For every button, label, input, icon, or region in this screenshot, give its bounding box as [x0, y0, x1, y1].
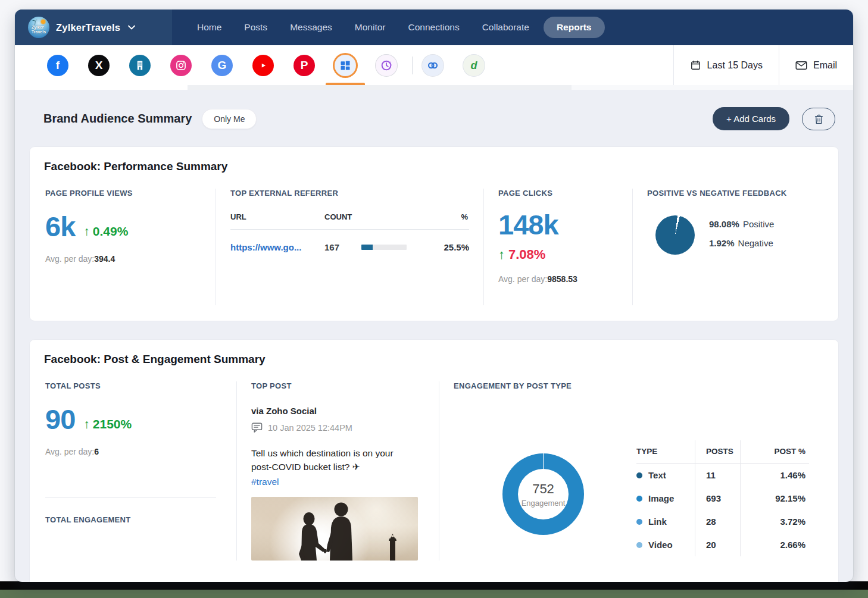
section-label: POSITIVE VS NEGATIVE FEEDBACK	[647, 189, 810, 198]
x-glyph: X	[95, 60, 103, 71]
link-dot	[636, 519, 642, 525]
instagram-icon[interactable]	[170, 55, 192, 76]
pct-value: 92.15%	[740, 487, 809, 510]
up-arrow-icon: ↑	[83, 418, 90, 430]
youtube-icon[interactable]	[252, 55, 274, 76]
hashtag-link[interactable]: #travel	[251, 475, 407, 489]
logo-palm-icon	[32, 18, 39, 26]
avg-per-day: Avg. per day:9858.53	[498, 274, 618, 284]
table-row: Image 693 92.15%	[636, 487, 809, 510]
referrer-row: https://www.go... 167 25.5%	[230, 242, 469, 252]
building-icon	[134, 60, 146, 71]
nav-item-collaborate[interactable]: Collaborate	[474, 17, 538, 38]
total-engagement-label: TOTAL ENGAGEMENT	[45, 515, 222, 524]
page-header: Brand Audience Summary Only Me + Add Car…	[43, 107, 835, 130]
type-table-header: TYPE POSTS POST %	[636, 440, 809, 464]
nav-item-reports[interactable]: Reports	[544, 17, 605, 38]
x-twitter-icon[interactable]: X	[88, 55, 110, 76]
total-posts-section: TOTAL POSTS 90 ↑2150% Avg. per day:6 TOT…	[44, 381, 237, 561]
type-label: Link	[648, 516, 667, 527]
chevron-down-icon	[128, 25, 135, 30]
feedback-section: POSITIVE VS NEGATIVE FEEDBACK 98.08%Posi…	[633, 189, 824, 305]
col-header-posts: POSTS	[695, 440, 740, 464]
col-header-type: TYPE	[636, 440, 695, 464]
referrer-url-link[interactable]: https://www.go...	[230, 242, 324, 252]
add-cards-button[interactable]: + Add Cards	[713, 107, 789, 130]
facebook-pages-icon[interactable]	[129, 55, 151, 76]
tab-scroll-strip	[15, 85, 853, 90]
page-title: Brand Audience Summary	[43, 112, 192, 126]
post-type-table: TYPE POSTS POST % Text 11 1.46% Image	[636, 440, 809, 556]
zoho-pulse-icon[interactable]	[376, 55, 397, 76]
posts-value: 693	[695, 487, 740, 510]
main-menu: Home Posts Messages Monitor Connections …	[189, 10, 605, 45]
nav-item-connections[interactable]: Connections	[399, 17, 467, 38]
zoho-crm-icon[interactable]	[422, 55, 444, 76]
google-business-icon[interactable]: G	[211, 55, 233, 76]
facebook-icon[interactable]: f	[47, 55, 68, 76]
nav-item-home[interactable]: Home	[189, 17, 230, 38]
brand-switcher[interactable]: ZylkerTravels ZylkerTravels	[15, 10, 172, 45]
logo-text: ZylkerTravels	[32, 25, 46, 34]
negative-value: 1.92%	[709, 238, 735, 248]
col-header-pct: %	[402, 212, 469, 221]
desk-glyph: d	[471, 60, 477, 71]
email-label: Email	[813, 60, 837, 71]
top-external-referrer-section: TOP EXTERNAL REFERRER URL COUNT % https:…	[216, 189, 484, 305]
col-header-count: COUNT	[324, 212, 402, 221]
nav-item-posts[interactable]: Posts	[236, 17, 276, 38]
referrer-bar	[361, 245, 407, 250]
type-label: Text	[648, 470, 666, 480]
zoho-desk-icon[interactable]: d	[463, 55, 485, 76]
facebook-glyph: f	[56, 60, 60, 71]
brand-reports-icon-selected[interactable]	[335, 55, 356, 76]
avg-per-day: Avg. per day:394.4	[45, 254, 201, 264]
trash-icon	[814, 114, 824, 124]
card-title: Facebook: Performance Summary	[44, 160, 824, 173]
clock-icon	[380, 59, 393, 72]
col-header-url: URL	[230, 212, 324, 221]
col-header-post-pct: POST %	[740, 440, 809, 464]
post-date-row: 10 Jan 2025 12:44PM	[251, 422, 424, 433]
dashboard-grid-icon	[339, 60, 351, 71]
date-range-button[interactable]: Last 15 Days	[673, 45, 779, 85]
selected-network-underline	[326, 83, 365, 85]
camera-icon	[175, 60, 187, 71]
post-engagement-summary-card: Facebook: Post & Engagement Summary TOTA…	[29, 339, 839, 582]
image-dot	[636, 496, 642, 502]
post-source: via Zoho Social	[251, 406, 424, 416]
positive-value: 98.08%	[709, 219, 739, 229]
comment-icon	[251, 422, 263, 433]
email-button[interactable]: Email	[779, 45, 853, 85]
card-title: Facebook: Post & Engagement Summary	[44, 353, 824, 366]
engagement-by-type-section: ENGAGEMENT BY POST TYPE 752 Engagement T…	[439, 381, 824, 561]
page-profile-views-section: PAGE PROFILE VIEWS 6k ↑0.49% Avg. per da…	[44, 189, 216, 305]
total-posts-value: 90	[45, 406, 75, 432]
donut-center: 752 Engagement	[518, 469, 569, 519]
pinterest-glyph: P	[301, 60, 308, 71]
posts-value: 11	[695, 464, 740, 487]
positive-label: Positive	[743, 219, 775, 229]
referrer-count: 167	[324, 242, 361, 252]
up-arrow-icon: ↑	[498, 248, 505, 261]
top-post-section: TOP POST via Zoho Social 10 Jan 2025 12:…	[237, 381, 439, 561]
table-row: Link 28 3.72%	[636, 510, 809, 533]
nav-item-monitor[interactable]: Monitor	[346, 17, 394, 38]
avg-per-day: Avg. per day:6	[45, 447, 222, 456]
post-text: Tell us which destination is on your pos…	[251, 447, 407, 489]
brand-name: ZylkerTravels	[56, 22, 120, 33]
referrer-pct: 25.5%	[429, 242, 469, 252]
date-range-label: Last 15 Days	[707, 60, 763, 71]
visibility-badge[interactable]: Only Me	[202, 109, 257, 129]
type-label: Image	[648, 493, 674, 503]
post-image[interactable]	[251, 497, 418, 561]
profile-views-value: 6k	[45, 214, 75, 239]
performance-summary-card: Facebook: Performance Summary PAGE PROFI…	[29, 146, 839, 321]
nav-item-messages[interactable]: Messages	[282, 17, 341, 38]
iconbar-divider	[412, 57, 413, 74]
pinterest-icon[interactable]: P	[294, 55, 315, 76]
iconbar-controls: Last 15 Days Email	[673, 45, 853, 85]
up-arrow-icon: ↑	[83, 225, 90, 237]
delete-dashboard-button[interactable]	[802, 108, 835, 130]
page-clicks-delta: 7.08%	[508, 248, 545, 261]
